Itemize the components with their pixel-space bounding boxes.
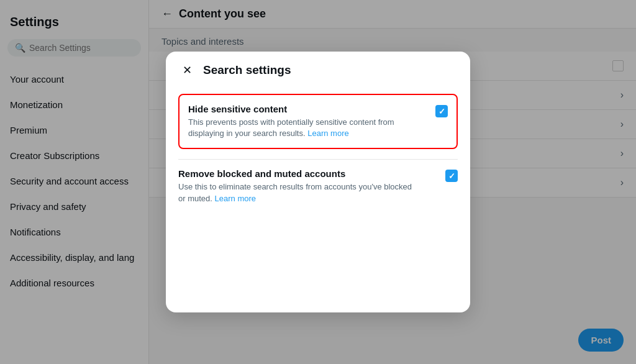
remove-blocked-row: Remove blocked and muted accounts Use th…: [178, 160, 458, 212]
hide-sensitive-inner: Hide sensitive content This prevents pos…: [188, 104, 448, 139]
modal-title: Search settings: [203, 63, 291, 77]
remove-blocked-learn-more[interactable]: Learn more: [215, 194, 256, 203]
search-settings-modal: ✕ Search settings Hide sensitive content…: [166, 52, 470, 312]
hide-sensitive-learn-more[interactable]: Learn more: [307, 129, 348, 138]
hide-sensitive-text: Hide sensitive content This prevents pos…: [188, 104, 424, 139]
hide-sensitive-checkbox[interactable]: [435, 105, 448, 117]
remove-blocked-checkbox[interactable]: [445, 170, 458, 182]
remove-blocked-label: Remove blocked and muted accounts: [178, 168, 414, 179]
hide-sensitive-desc: This prevents posts with potentially sen…: [188, 117, 424, 139]
hide-sensitive-content-row: Hide sensitive content This prevents pos…: [178, 94, 458, 149]
modal-header: ✕ Search settings: [166, 52, 470, 89]
remove-blocked-text: Remove blocked and muted accounts Use th…: [178, 168, 414, 204]
modal-close-button[interactable]: ✕: [178, 61, 196, 79]
hide-sensitive-label: Hide sensitive content: [188, 104, 424, 114]
remove-blocked-inner: Remove blocked and muted accounts Use th…: [178, 168, 458, 204]
remove-blocked-desc: Use this to eliminate search results fro…: [178, 181, 414, 204]
modal-overlay[interactable]: ✕ Search settings Hide sensitive content…: [0, 0, 636, 364]
modal-body: Hide sensitive content This prevents pos…: [166, 89, 470, 225]
